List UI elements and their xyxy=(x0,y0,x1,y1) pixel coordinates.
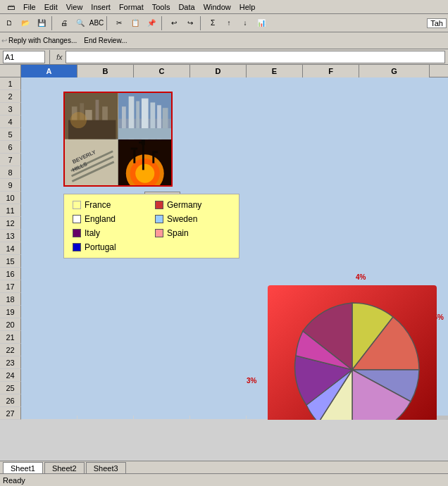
menu-data[interactable]: Data xyxy=(174,2,199,12)
row-num-10: 10 xyxy=(0,192,21,204)
menu-edit[interactable]: Edit xyxy=(40,2,62,12)
photo-4-svg xyxy=(118,139,172,186)
reply-toolbar: ↩ Reply with Changes... End Review... xyxy=(1,37,127,44)
portugal-swatch xyxy=(73,243,81,251)
svg-rect-29 xyxy=(133,149,135,163)
legend-box: France Germany England Swe xyxy=(63,194,239,258)
print-button[interactable]: 🖨 xyxy=(56,15,72,31)
legend-item-italy: Italy xyxy=(73,228,148,238)
svg-rect-34 xyxy=(141,139,144,145)
font-selector: Tah xyxy=(427,18,447,28)
sum-button[interactable]: Σ xyxy=(205,15,220,31)
svg-rect-17 xyxy=(118,128,171,139)
paste-button[interactable]: 📌 xyxy=(144,15,159,31)
row-num-1: 1 xyxy=(0,77,21,90)
row-num-header xyxy=(0,65,21,77)
row-num-24: 24 xyxy=(0,369,21,382)
legend-item-spain: Spain xyxy=(155,228,230,238)
row-num-11: 11 xyxy=(0,204,21,217)
italy-label: Italy xyxy=(85,228,100,238)
photo-beverly-hills: BEVERLY HILLS xyxy=(65,139,118,186)
main-content-area: BEVERLY HILLS xyxy=(21,77,448,416)
col-header-D[interactable]: D xyxy=(190,65,247,77)
spell-button[interactable]: ABC xyxy=(89,15,104,31)
row-num-22: 22 xyxy=(0,344,21,356)
menu-view[interactable]: View xyxy=(62,2,87,12)
formula-input[interactable] xyxy=(66,51,445,63)
legend-item-england: England xyxy=(73,214,148,224)
col-header-F[interactable]: F xyxy=(303,65,359,77)
row-num-9: 9 xyxy=(0,179,21,192)
sort-asc-button[interactable]: ↑ xyxy=(221,15,237,31)
row-num-26: 26 xyxy=(0,394,21,407)
pie-label-3pct: 3% xyxy=(247,377,256,385)
end-review-label: End Review... xyxy=(84,37,127,44)
photo-3-svg: BEVERLY HILLS xyxy=(65,139,118,186)
menu-tools[interactable]: Tools xyxy=(148,2,175,12)
svg-rect-30 xyxy=(152,153,154,163)
new-button[interactable]: 🗋 xyxy=(1,15,17,31)
menu-window[interactable]: Window xyxy=(199,2,235,12)
svg-rect-31 xyxy=(130,147,137,149)
open-button[interactable]: 📂 xyxy=(18,15,33,31)
pie-label-4pct: 4% xyxy=(356,273,366,281)
legend-item-france: France xyxy=(73,200,148,210)
france-label: France xyxy=(85,200,111,210)
save-button[interactable]: 💾 xyxy=(34,15,49,31)
menu-insert[interactable]: Insert xyxy=(87,2,115,12)
preview-button[interactable]: 🔍 xyxy=(73,15,88,31)
menu-help[interactable]: Help xyxy=(235,2,260,12)
row-num-20: 20 xyxy=(0,318,21,331)
england-label: England xyxy=(85,214,116,224)
copy-button[interactable]: 📋 xyxy=(127,15,143,31)
sep2 xyxy=(106,16,109,30)
undo-button[interactable]: ↩ xyxy=(166,15,182,31)
photo-city-skyline xyxy=(118,93,172,139)
menu-file[interactable]: File xyxy=(19,2,40,12)
pie-chart-svg xyxy=(268,285,437,420)
sweden-swatch xyxy=(155,215,163,223)
toolbar-1: 🗋 📂 💾 🖨 🔍 ABC ✂ 📋 📌 ↩ ↪ Σ ↑ ↓ 📊 Tah xyxy=(0,14,448,32)
col-header-C[interactable]: C xyxy=(134,65,190,77)
col-header-B[interactable]: B xyxy=(77,65,134,77)
photo-city-dusk xyxy=(65,93,118,139)
row-num-5: 5 xyxy=(0,128,21,141)
spain-swatch xyxy=(155,229,163,237)
row-num-19: 19 xyxy=(0,306,21,318)
row-num-2: 2 xyxy=(0,90,21,103)
portugal-label: Portugal xyxy=(85,242,116,252)
sep1 xyxy=(51,16,54,30)
spain-label: Spain xyxy=(167,228,189,238)
picture-collage[interactable]: BEVERLY HILLS xyxy=(63,92,173,187)
app-icon: 🗃 xyxy=(3,2,19,12)
photo-2-svg xyxy=(118,93,172,139)
col-header-E[interactable]: E xyxy=(247,65,303,77)
sweden-label: Sweden xyxy=(167,214,197,224)
svg-rect-32 xyxy=(152,151,158,153)
row-num-8: 8 xyxy=(0,166,21,179)
menu-bar: 🗃 File Edit View Insert Format Tools Dat… xyxy=(0,0,448,14)
font-name[interactable]: Tah xyxy=(427,18,447,28)
row-num-13: 13 xyxy=(0,230,21,242)
menu-format[interactable]: Format xyxy=(115,2,148,12)
sort-desc-button[interactable]: ↓ xyxy=(237,15,253,31)
formula-sep xyxy=(49,50,52,64)
column-headers: A B C D E F G xyxy=(0,65,448,77)
row-num-7: 7 xyxy=(0,154,21,166)
row-num-21: 21 xyxy=(0,331,21,344)
pie-chart-container: 4% 25% 3% 20% 11% 1% 17% xyxy=(247,268,448,420)
cell-reference[interactable]: A1 xyxy=(3,51,45,63)
col-header-A[interactable]: A xyxy=(21,65,77,77)
toolbar-2: ↩ Reply with Changes... End Review... xyxy=(0,32,448,49)
cut-button[interactable]: ✂ xyxy=(111,15,127,31)
row-num-3: 3 xyxy=(0,103,21,116)
row-num-18: 18 xyxy=(0,293,21,306)
sep4 xyxy=(200,16,203,30)
col-header-G[interactable]: G xyxy=(359,65,430,77)
redo-button[interactable]: ↪ xyxy=(182,15,198,31)
photo-sunset xyxy=(118,139,172,186)
svg-rect-28 xyxy=(142,142,144,170)
spreadsheet: A B C D E F G xyxy=(0,65,448,420)
fx-label: fx xyxy=(56,53,63,61)
chart-button[interactable]: 📊 xyxy=(254,15,269,31)
